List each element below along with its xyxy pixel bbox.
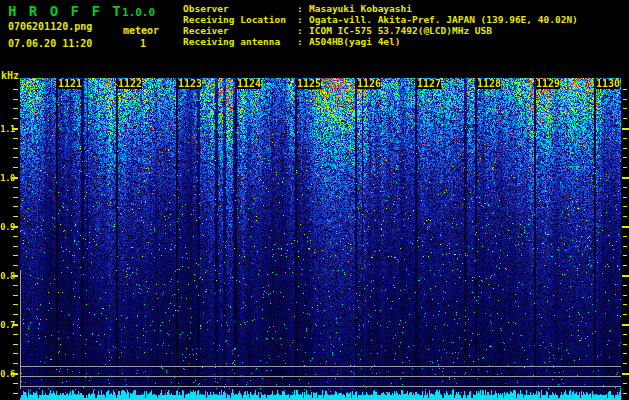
freq-label: 1.0 bbox=[0, 173, 15, 183]
info-separator: : bbox=[297, 36, 309, 47]
freq-tick-minor-right bbox=[623, 353, 627, 354]
mode-label: meteor bbox=[123, 25, 159, 36]
info-row-antenna: Receiving antenna : A504HB(yagi 4el) bbox=[183, 36, 578, 47]
time-label: 1129 bbox=[536, 79, 560, 89]
freq-tick-minor-right bbox=[623, 314, 627, 315]
freq-tick-minor bbox=[13, 118, 18, 119]
freq-tick-minor bbox=[13, 304, 18, 305]
freq-tick-minor bbox=[13, 108, 18, 109]
info-label: Receiving Location bbox=[183, 14, 297, 25]
freq-tick-minor bbox=[13, 187, 18, 188]
freq-tick-major-right bbox=[622, 373, 629, 375]
app-title: H R O F F T bbox=[8, 3, 123, 19]
freq-tick-minor bbox=[13, 167, 18, 168]
time-label: 1127 bbox=[417, 79, 441, 89]
freq-tick-minor-right bbox=[623, 236, 627, 237]
freq-tick-minor bbox=[13, 255, 18, 256]
freq-tick-minor-right bbox=[623, 118, 627, 119]
freq-tick-minor bbox=[13, 285, 18, 286]
info-label: Receiving antenna bbox=[183, 36, 297, 47]
freq-tick-minor-right bbox=[623, 363, 627, 364]
freq-tick-minor-right bbox=[623, 334, 627, 335]
freq-tick-minor-right bbox=[623, 285, 627, 286]
freq-label: 0.8 bbox=[0, 271, 15, 281]
freq-tick-minor bbox=[13, 206, 18, 207]
freq-tick-minor bbox=[13, 344, 18, 345]
freq-tick-minor-right bbox=[623, 393, 627, 394]
freq-tick-minor-right bbox=[623, 265, 627, 266]
freq-tick-minor-right bbox=[623, 246, 627, 247]
freq-label: 0.7 bbox=[0, 320, 15, 330]
freq-tick-major-right bbox=[622, 275, 629, 277]
spectrogram-canvas bbox=[20, 78, 621, 400]
freq-tick-minor bbox=[13, 295, 18, 296]
info-separator: : bbox=[297, 3, 309, 14]
datetime-label: 07.06.20 11:20 bbox=[8, 38, 92, 49]
info-label: Observer bbox=[183, 3, 297, 14]
time-label: 1130 bbox=[596, 79, 620, 89]
freq-tick-major-right bbox=[622, 226, 629, 228]
freq-tick-minor-right bbox=[623, 167, 627, 168]
freq-tick-minor bbox=[13, 314, 18, 315]
freq-tick-minor bbox=[13, 265, 18, 266]
freq-tick-minor-right bbox=[623, 383, 627, 384]
freq-tick-minor-right bbox=[623, 138, 627, 139]
freq-tick-minor-right bbox=[623, 344, 627, 345]
freq-tick-minor bbox=[13, 393, 18, 394]
hrofft-window: H R O F F T 1.0.0 0706201120.png meteor … bbox=[0, 0, 629, 400]
time-label: 1126 bbox=[357, 79, 381, 89]
freq-tick-minor bbox=[13, 148, 18, 149]
freq-tick-major-right bbox=[622, 128, 629, 130]
freq-tick-minor-right bbox=[623, 148, 627, 149]
info-row-observer: Observer : Masayuki Kobayashi bbox=[183, 3, 578, 14]
channel-number: 1 bbox=[140, 38, 146, 49]
freq-tick-minor bbox=[13, 334, 18, 335]
info-value: Masayuki Kobayashi bbox=[309, 3, 412, 14]
info-value: ICOM IC-575 53.7492(@LCD)MHz USB bbox=[309, 25, 492, 36]
freq-tick-minor-right bbox=[623, 216, 627, 217]
time-label: 1124 bbox=[237, 79, 261, 89]
time-label: 1128 bbox=[477, 79, 501, 89]
freq-tick-minor-right bbox=[623, 304, 627, 305]
freq-tick-minor bbox=[13, 157, 18, 158]
info-value: A504HB(yagi 4el) bbox=[309, 36, 401, 47]
freq-tick-minor bbox=[13, 216, 18, 217]
freq-tick-minor-right bbox=[623, 157, 627, 158]
freq-tick-minor-right bbox=[623, 197, 627, 198]
freq-tick-minor-right bbox=[623, 89, 627, 90]
freq-tick-major-right bbox=[622, 324, 629, 326]
info-value: Ogata-vill. Akita-Pref. JAPAN (139.96E, … bbox=[309, 14, 578, 25]
freq-tick-minor bbox=[13, 236, 18, 237]
info-separator: : bbox=[297, 25, 309, 36]
freq-tick-minor bbox=[13, 246, 18, 247]
freq-tick-minor-right bbox=[623, 206, 627, 207]
time-label: 1125 bbox=[297, 79, 321, 89]
freq-tick-minor-right bbox=[623, 99, 627, 100]
freq-tick-minor bbox=[13, 383, 18, 384]
freq-label: 1.1 bbox=[0, 124, 15, 134]
freq-tick-minor-right bbox=[623, 187, 627, 188]
y-axis-unit: kHz bbox=[1, 70, 19, 81]
info-label: Receiver bbox=[183, 25, 297, 36]
info-row-location: Receiving Location : Ogata-vill. Akita-P… bbox=[183, 14, 578, 25]
time-label: 1121 bbox=[58, 79, 82, 89]
station-info: Observer : Masayuki Kobayashi Receiving … bbox=[183, 3, 578, 47]
freq-tick-minor-right bbox=[623, 108, 627, 109]
freq-label: 0.9 bbox=[0, 222, 15, 232]
freq-tick-minor bbox=[13, 363, 18, 364]
freq-tick-major-right bbox=[622, 177, 629, 179]
freq-tick-minor-right bbox=[623, 255, 627, 256]
info-row-receiver: Receiver : ICOM IC-575 53.7492(@LCD)MHz … bbox=[183, 25, 578, 36]
file-name: 0706201120.png bbox=[8, 21, 92, 32]
app-version: 1.0.0 bbox=[122, 6, 155, 19]
freq-tick-minor bbox=[13, 197, 18, 198]
time-label: 1122 bbox=[118, 79, 142, 89]
freq-tick-minor bbox=[13, 99, 18, 100]
freq-tick-minor bbox=[13, 353, 18, 354]
time-label: 1123 bbox=[178, 79, 202, 89]
freq-tick-minor bbox=[13, 138, 18, 139]
info-separator: : bbox=[297, 14, 309, 25]
freq-tick-minor bbox=[13, 89, 18, 90]
freq-label: 0.6 bbox=[0, 369, 15, 379]
freq-tick-minor-right bbox=[623, 295, 627, 296]
